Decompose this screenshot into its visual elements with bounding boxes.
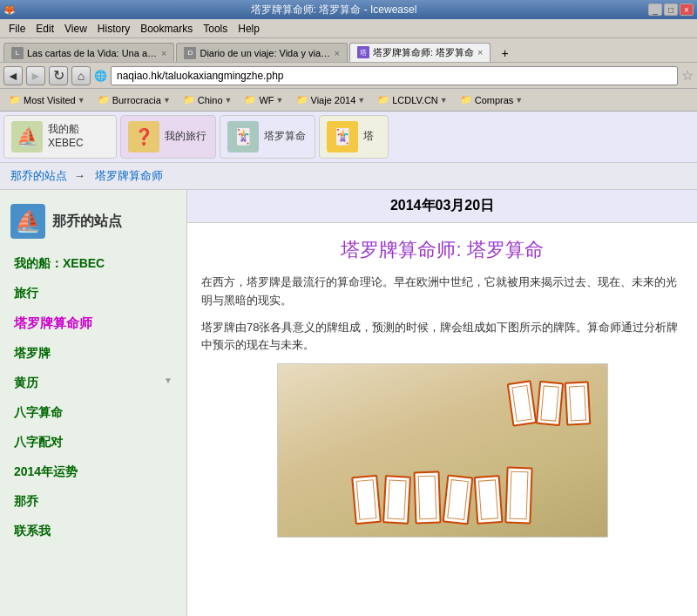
tab-label-3: 塔罗牌算命师: 塔罗算命 xyxy=(373,46,474,59)
minimize-button[interactable]: _ xyxy=(648,3,662,16)
nav-card-travel-text: 我的旅行 xyxy=(165,130,206,144)
bookmark-label-1: Most Visited xyxy=(24,95,76,105)
menu-bookmarks[interactable]: Bookmarks xyxy=(135,21,198,37)
bookmark-lcdlv[interactable]: 📁 LCDLV.CN ▼ xyxy=(372,92,453,107)
article-paragraph-1: 在西方，塔罗牌是最流行的算命理论。早在欧洲中世纪，它就被用来揭示过去、现在、未来… xyxy=(201,274,683,310)
chevron-down-icon-5: ▼ xyxy=(357,96,365,105)
menu-tools[interactable]: Tools xyxy=(198,21,233,37)
menu-history[interactable]: History xyxy=(92,21,135,37)
content-date-header: 2014年03月20日 xyxy=(187,190,697,223)
breadcrumb-current: 塔罗牌算命师 xyxy=(95,169,163,182)
bookmark-viaje[interactable]: 📁 Viaje 2014 ▼ xyxy=(291,92,371,107)
tab-close-2[interactable]: × xyxy=(334,48,339,58)
tab-label-2: Diario de un viaje: Vida y viaje... xyxy=(200,48,330,58)
tab-favicon-1: L xyxy=(11,47,24,59)
bookmark-label-6: LCDLV.CN xyxy=(392,95,438,105)
nav-card-ship-text: 我的船XEBEC xyxy=(48,123,84,150)
chevron-down-icon-1: ▼ xyxy=(78,96,85,105)
sidebar-item-bazi-match[interactable]: 八字配对 xyxy=(0,428,186,457)
window-title: 塔罗牌算命师: 塔罗算命 - Iceweasel xyxy=(21,3,646,17)
sidebar-item-2014[interactable]: 2014年运势 xyxy=(0,457,186,487)
bookmarksbar: 📁 Most Visited ▼ 📁 Burrocracia ▼ 📁 Chino… xyxy=(0,89,697,112)
menu-file[interactable]: File xyxy=(3,21,30,37)
breadcrumb: 那乔的站点 → 塔罗牌算命师 xyxy=(0,163,697,190)
sidebar-item-almanac[interactable]: 黄历 ▼ xyxy=(0,369,186,398)
chevron-down-icon-7: ▼ xyxy=(515,96,523,105)
menubar: File Edit View History Bookmarks Tools H… xyxy=(0,19,697,38)
tarot-spread-image xyxy=(277,363,608,538)
new-tab-button[interactable]: + xyxy=(496,44,513,62)
back-button[interactable]: ◄ xyxy=(3,66,23,85)
content-area: 2014年03月20日 塔罗牌算命师: 塔罗算命 在西方，塔罗牌是最流行的算命理… xyxy=(187,190,697,616)
sidebar-logo-area: ⛵ 那乔的站点 xyxy=(0,197,186,249)
bookmark-label-5: Viaje 2014 xyxy=(311,95,356,105)
star-button[interactable]: ☆ xyxy=(681,67,694,84)
bookmark-burrocracia[interactable]: 📁 Burrocracia ▼ xyxy=(92,92,176,107)
menu-help[interactable]: Help xyxy=(233,21,265,37)
bookmark-label-7: Compras xyxy=(475,95,514,105)
bookmark-icon-6: 📁 xyxy=(377,94,389,105)
menu-edit[interactable]: Edit xyxy=(30,21,59,37)
nav-card-travel-icon: ❓ xyxy=(128,121,159,152)
maximize-button[interactable]: □ xyxy=(664,3,678,16)
forward-button[interactable]: ► xyxy=(26,66,45,85)
menu-view[interactable]: View xyxy=(59,21,92,37)
tab-diario[interactable]: D Diario de un viaje: Vida y viaje... × xyxy=(176,43,347,62)
bookmark-compras[interactable]: 📁 Compras ▼ xyxy=(455,92,529,107)
titlebar: 🦊 塔罗牌算命师: 塔罗算命 - Iceweasel _ □ × xyxy=(0,0,697,19)
sidebar-item-travel[interactable]: 旅行 xyxy=(0,279,186,308)
bookmark-wf[interactable]: 📁 WF ▼ xyxy=(239,92,288,107)
bookmark-icon-2: 📁 xyxy=(98,94,110,105)
close-button[interactable]: × xyxy=(680,3,694,16)
nav-card-extra-icon: 🃏 xyxy=(327,121,358,152)
chevron-down-icon-3: ▼ xyxy=(225,96,233,105)
tab-tarot[interactable]: 塔 塔罗牌算命师: 塔罗算命 × xyxy=(349,43,491,62)
article-title: 塔罗牌算命师: 塔罗算命 xyxy=(201,237,683,263)
chevron-down-icon-2: ▼ xyxy=(163,96,171,105)
nav-card-travel[interactable]: ❓ 我的旅行 xyxy=(120,115,216,159)
sidebar-logo-text: 那乔的站点 xyxy=(52,213,122,231)
nav-card-ship-icon: ⛵ xyxy=(11,121,43,152)
sidebar-item-contact[interactable]: 联系我 xyxy=(0,517,186,546)
tabbar: L Las cartas de la Vida: Una ay... × D D… xyxy=(0,38,697,63)
bookmark-icon-7: 📁 xyxy=(460,94,472,105)
tab-close-1[interactable]: × xyxy=(161,48,166,58)
article-paragraph-2: 塔罗牌由78张各具意义的牌组成，预测的时候，牌会组成如下图所示的牌阵。算命师通过… xyxy=(201,319,683,355)
nav-card-tarot-text: 塔罗算命 xyxy=(264,130,306,144)
sidebar-item-tarot-master[interactable]: 塔罗牌算命师 xyxy=(0,308,186,339)
bookmark-chino[interactable]: 📁 Chino ▼ xyxy=(178,92,238,107)
article-container: 塔罗牌算命师: 塔罗算命 在西方，塔罗牌是最流行的算命理论。早在欧洲中世纪，它就… xyxy=(187,223,697,552)
tab-close-3[interactable]: × xyxy=(477,47,483,58)
chevron-down-icon-4: ▼ xyxy=(276,96,284,105)
url-icon: 🌐 xyxy=(94,70,107,82)
bookmark-label-2: Burrocracia xyxy=(112,95,161,105)
sidebar-item-naqiao[interactable]: 那乔 xyxy=(0,487,186,517)
sidebar-item-bazi[interactable]: 八字算命 xyxy=(0,398,186,428)
bookmark-icon-4: 📁 xyxy=(244,94,256,105)
sidebar-item-ship[interactable]: 我的船：XEBEC xyxy=(0,249,186,279)
tab-las-cartas[interactable]: L Las cartas de la Vida: Una ay... × xyxy=(3,43,174,62)
bookmark-icon-1: 📁 xyxy=(9,94,21,105)
nav-card-ship[interactable]: ⛵ 我的船XEBEC xyxy=(3,115,117,159)
breadcrumb-arrow: → xyxy=(74,169,85,182)
home-button[interactable]: ⌂ xyxy=(71,66,91,85)
sidebar-item-tarot[interactable]: 塔罗牌 xyxy=(0,339,186,369)
nav-card-tarot-icon: 🃏 xyxy=(227,121,259,152)
bookmark-icon-5: 📁 xyxy=(296,94,308,105)
article-body: 在西方，塔罗牌是最流行的算命理论。早在欧洲中世纪，它就被用来揭示过去、现在、未来… xyxy=(201,274,683,355)
bookmark-most-visited[interactable]: 📁 Most Visited ▼ xyxy=(3,92,91,107)
tab-favicon-3: 塔 xyxy=(357,46,369,58)
bookmark-label-4: WF xyxy=(259,95,274,105)
nav-card-tarot[interactable]: 🃏 塔罗算命 xyxy=(220,115,315,159)
url-input[interactable] xyxy=(111,66,678,85)
breadcrumb-home[interactable]: 那乔的站点 xyxy=(10,169,67,182)
tab-label-1: Las cartas de la Vida: Una ay... xyxy=(27,48,158,58)
refresh-button[interactable]: ↻ xyxy=(49,66,68,85)
sidebar-logo-icon: ⛵ xyxy=(10,204,45,239)
site-nav: ⛵ 我的船XEBEC ❓ 我的旅行 🃏 塔罗算命 🃏 塔 xyxy=(0,112,697,163)
nav-card-extra-text: 塔 xyxy=(363,130,374,144)
nav-card-extra[interactable]: 🃏 塔 xyxy=(319,115,389,159)
bookmark-icon-3: 📁 xyxy=(183,94,195,105)
addressbar: ◄ ► ↻ ⌂ 🌐 ☆ xyxy=(0,63,697,89)
chevron-down-icon-6: ▼ xyxy=(440,96,448,105)
